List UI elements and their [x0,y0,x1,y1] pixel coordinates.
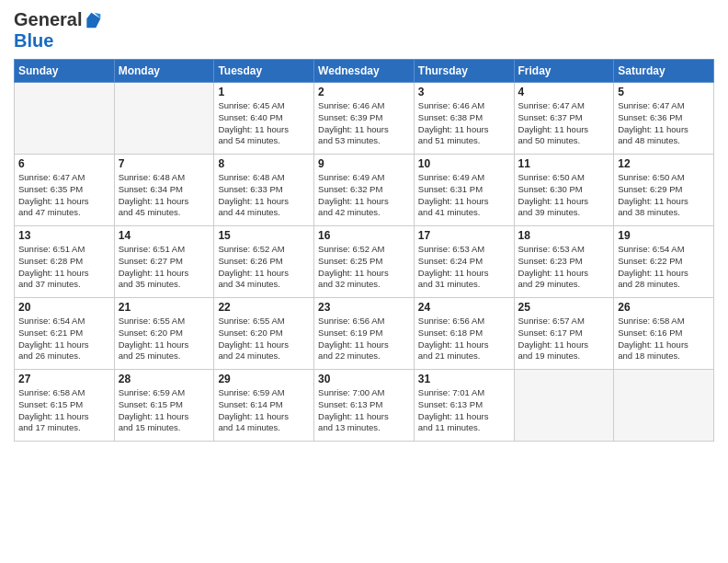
day-number: 17 [418,229,510,242]
calendar-cell: 23Sunrise: 6:56 AM Sunset: 6:19 PM Dayli… [314,298,415,370]
day-info: Sunrise: 6:48 AM Sunset: 6:33 PM Dayligh… [218,172,310,219]
calendar-cell: 12Sunrise: 6:50 AM Sunset: 6:29 PM Dayli… [614,155,714,226]
day-number: 20 [18,301,110,314]
calendar-cell: 21Sunrise: 6:55 AM Sunset: 6:20 PM Dayli… [114,298,214,370]
day-info: Sunrise: 6:52 AM Sunset: 6:26 PM Dayligh… [218,244,310,291]
weekday-header-monday: Monday [114,60,214,83]
weekday-header-sunday: Sunday [15,60,115,83]
header: General Blue [14,9,714,52]
calendar-cell: 7Sunrise: 6:48 AM Sunset: 6:34 PM Daylig… [114,155,214,226]
calendar-cell: 16Sunrise: 6:52 AM Sunset: 6:25 PM Dayli… [314,226,415,298]
day-number: 9 [318,157,410,170]
calendar-cell: 24Sunrise: 6:56 AM Sunset: 6:18 PM Dayli… [414,298,514,370]
day-info: Sunrise: 6:47 AM Sunset: 6:35 PM Dayligh… [18,172,110,219]
week-row-2: 6Sunrise: 6:47 AM Sunset: 6:35 PM Daylig… [15,155,714,226]
day-info: Sunrise: 6:57 AM Sunset: 6:17 PM Dayligh… [518,316,610,362]
day-info: Sunrise: 6:46 AM Sunset: 6:38 PM Dayligh… [418,100,510,147]
week-row-5: 27Sunrise: 6:58 AM Sunset: 6:15 PM Dayli… [15,370,714,442]
day-number: 3 [418,86,510,98]
day-number: 6 [18,157,110,170]
day-number: 24 [418,301,510,314]
calendar-cell: 22Sunrise: 6:55 AM Sunset: 6:20 PM Dayli… [214,298,314,370]
calendar-cell: 29Sunrise: 6:59 AM Sunset: 6:14 PM Dayli… [214,370,314,442]
calendar-cell: 1Sunrise: 6:45 AM Sunset: 6:40 PM Daylig… [214,83,314,155]
logo: General Blue [14,9,102,52]
calendar-cell: 27Sunrise: 6:58 AM Sunset: 6:15 PM Dayli… [15,370,115,442]
weekday-header-saturday: Saturday [614,60,714,83]
logo-icon [84,11,102,29]
day-info: Sunrise: 6:51 AM Sunset: 6:27 PM Dayligh… [119,244,210,291]
calendar-cell: 25Sunrise: 6:57 AM Sunset: 6:17 PM Dayli… [514,298,614,370]
calendar-cell [614,370,714,442]
calendar-cell: 6Sunrise: 6:47 AM Sunset: 6:35 PM Daylig… [15,155,115,226]
calendar-cell: 31Sunrise: 7:01 AM Sunset: 6:13 PM Dayli… [414,370,514,442]
weekday-header-row: SundayMondayTuesdayWednesdayThursdayFrid… [15,60,714,83]
day-info: Sunrise: 7:00 AM Sunset: 6:13 PM Dayligh… [318,387,410,434]
day-number: 4 [518,86,610,98]
calendar-cell: 17Sunrise: 6:53 AM Sunset: 6:24 PM Dayli… [414,226,514,298]
day-info: Sunrise: 6:52 AM Sunset: 6:25 PM Dayligh… [318,244,410,291]
calendar-cell: 10Sunrise: 6:49 AM Sunset: 6:31 PM Dayli… [414,155,514,226]
day-number: 8 [218,157,310,170]
day-number: 27 [18,373,110,385]
calendar-cell: 18Sunrise: 6:53 AM Sunset: 6:23 PM Dayli… [514,226,614,298]
calendar-cell: 5Sunrise: 6:47 AM Sunset: 6:36 PM Daylig… [614,83,714,155]
day-info: Sunrise: 6:49 AM Sunset: 6:31 PM Dayligh… [418,172,510,219]
day-info: Sunrise: 6:56 AM Sunset: 6:18 PM Dayligh… [418,316,510,362]
calendar-cell: 13Sunrise: 6:51 AM Sunset: 6:28 PM Dayli… [15,226,115,298]
day-info: Sunrise: 6:59 AM Sunset: 6:15 PM Dayligh… [119,387,210,434]
weekday-header-tuesday: Tuesday [214,60,314,83]
calendar-cell: 2Sunrise: 6:46 AM Sunset: 6:39 PM Daylig… [314,83,415,155]
calendar-cell: 15Sunrise: 6:52 AM Sunset: 6:26 PM Dayli… [214,226,314,298]
logo-blue-text: Blue [14,30,53,52]
day-number: 23 [318,301,410,314]
calendar-cell: 20Sunrise: 6:54 AM Sunset: 6:21 PM Dayli… [15,298,115,370]
day-number: 1 [218,86,310,98]
day-info: Sunrise: 6:45 AM Sunset: 6:40 PM Dayligh… [218,100,310,147]
weekday-header-thursday: Thursday [414,60,514,83]
weekday-header-friday: Friday [514,60,614,83]
day-number: 7 [119,157,210,170]
calendar-cell [15,83,115,155]
day-info: Sunrise: 6:47 AM Sunset: 6:37 PM Dayligh… [518,100,610,147]
day-number: 22 [218,301,310,314]
calendar-cell: 19Sunrise: 6:54 AM Sunset: 6:22 PM Dayli… [614,226,714,298]
day-info: Sunrise: 6:50 AM Sunset: 6:29 PM Dayligh… [618,172,710,219]
day-info: Sunrise: 6:55 AM Sunset: 6:20 PM Dayligh… [218,316,310,362]
day-info: Sunrise: 6:46 AM Sunset: 6:39 PM Dayligh… [318,100,410,147]
day-number: 21 [119,301,210,314]
day-number: 29 [218,373,310,385]
day-info: Sunrise: 6:54 AM Sunset: 6:22 PM Dayligh… [618,244,710,291]
day-info: Sunrise: 6:58 AM Sunset: 6:16 PM Dayligh… [618,316,710,362]
day-info: Sunrise: 6:54 AM Sunset: 6:21 PM Dayligh… [18,316,110,362]
day-number: 14 [119,229,210,242]
day-number: 25 [518,301,610,314]
day-number: 31 [418,373,510,385]
day-info: Sunrise: 6:51 AM Sunset: 6:28 PM Dayligh… [18,244,110,291]
calendar-cell: 4Sunrise: 6:47 AM Sunset: 6:37 PM Daylig… [514,83,614,155]
day-number: 15 [218,229,310,242]
calendar-cell: 14Sunrise: 6:51 AM Sunset: 6:27 PM Dayli… [114,226,214,298]
day-info: Sunrise: 7:01 AM Sunset: 6:13 PM Dayligh… [418,387,510,434]
calendar-cell: 26Sunrise: 6:58 AM Sunset: 6:16 PM Dayli… [614,298,714,370]
day-info: Sunrise: 6:47 AM Sunset: 6:36 PM Dayligh… [618,100,710,147]
day-info: Sunrise: 6:56 AM Sunset: 6:19 PM Dayligh… [318,316,410,362]
day-number: 16 [318,229,410,242]
logo-general-text: General [14,9,82,30]
calendar-cell: 30Sunrise: 7:00 AM Sunset: 6:13 PM Dayli… [314,370,415,442]
day-info: Sunrise: 6:53 AM Sunset: 6:23 PM Dayligh… [518,244,610,291]
calendar-cell: 11Sunrise: 6:50 AM Sunset: 6:30 PM Dayli… [514,155,614,226]
calendar-cell: 28Sunrise: 6:59 AM Sunset: 6:15 PM Dayli… [114,370,214,442]
calendar-cell: 9Sunrise: 6:49 AM Sunset: 6:32 PM Daylig… [314,155,415,226]
day-number: 28 [119,373,210,385]
day-number: 5 [618,86,710,98]
day-info: Sunrise: 6:58 AM Sunset: 6:15 PM Dayligh… [18,387,110,434]
calendar: SundayMondayTuesdayWednesdayThursdayFrid… [14,59,714,442]
calendar-cell: 8Sunrise: 6:48 AM Sunset: 6:33 PM Daylig… [214,155,314,226]
calendar-cell: 3Sunrise: 6:46 AM Sunset: 6:38 PM Daylig… [414,83,514,155]
day-info: Sunrise: 6:50 AM Sunset: 6:30 PM Dayligh… [518,172,610,219]
day-number: 10 [418,157,510,170]
calendar-cell [514,370,614,442]
day-number: 11 [518,157,610,170]
week-row-3: 13Sunrise: 6:51 AM Sunset: 6:28 PM Dayli… [15,226,714,298]
